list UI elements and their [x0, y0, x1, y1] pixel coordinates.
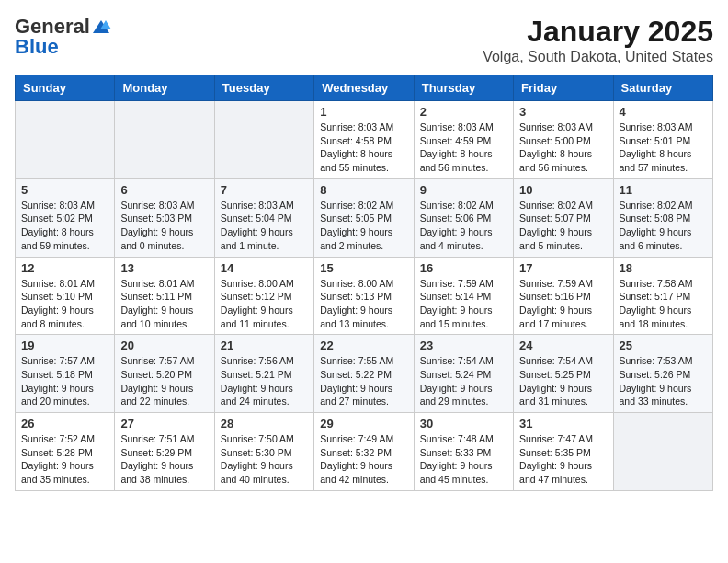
day-number: 24: [519, 339, 607, 352]
sunrise: Sunrise: 8:03 AM: [519, 121, 593, 132]
sunrise: Sunrise: 7:53 AM: [620, 355, 693, 366]
daylight: Daylight: 9 hours and 24 minutes.: [221, 383, 293, 408]
weekday-header: Sunday: [16, 75, 115, 101]
calendar-day-cell: 1 Sunrise: 8:03 AM Sunset: 4:58 PM Dayli…: [314, 101, 414, 179]
sunset: Sunset: 5:18 PM: [21, 369, 93, 380]
day-info: Sunrise: 8:01 AM Sunset: 5:11 PM Dayligh…: [120, 277, 208, 331]
day-info: Sunrise: 7:58 AM Sunset: 5:17 PM Dayligh…: [620, 277, 707, 331]
day-info: Sunrise: 8:02 AM Sunset: 5:05 PM Dayligh…: [320, 199, 407, 253]
calendar-day-cell: [115, 101, 214, 179]
sunrise: Sunrise: 8:01 AM: [21, 278, 95, 289]
day-number: 21: [221, 339, 308, 352]
day-info: Sunrise: 7:49 AM Sunset: 5:32 PM Dayligh…: [320, 432, 407, 487]
day-info: Sunrise: 7:57 AM Sunset: 5:20 PM Dayligh…: [120, 354, 208, 408]
weekday-header: Saturday: [613, 75, 712, 101]
day-info: Sunrise: 7:54 AM Sunset: 5:24 PM Dayligh…: [420, 354, 507, 408]
day-info: Sunrise: 7:55 AM Sunset: 5:22 PM Dayligh…: [320, 354, 407, 408]
sunrise: Sunrise: 8:03 AM: [420, 121, 494, 132]
sunset: Sunset: 5:01 PM: [620, 135, 691, 146]
daylight: Daylight: 9 hours and 4 minutes.: [420, 226, 493, 251]
calendar-day-cell: [214, 101, 313, 179]
day-info: Sunrise: 8:02 AM Sunset: 5:06 PM Dayligh…: [420, 199, 507, 253]
sunset: Sunset: 5:20 PM: [120, 369, 192, 380]
day-number: 26: [21, 417, 108, 431]
sunset: Sunset: 5:08 PM: [620, 213, 691, 224]
sunrise: Sunrise: 8:03 AM: [320, 121, 393, 132]
calendar-week-row: 26 Sunrise: 7:52 AM Sunset: 5:28 PM Dayl…: [16, 413, 713, 491]
calendar-day-cell: 26 Sunrise: 7:52 AM Sunset: 5:28 PM Dayl…: [16, 413, 115, 491]
sunset: Sunset: 5:26 PM: [620, 369, 691, 380]
page-header: General Blue January 2025 Volga, South D…: [15, 15, 713, 65]
sunset: Sunset: 5:29 PM: [120, 447, 192, 458]
day-number: 22: [320, 339, 407, 352]
daylight: Daylight: 9 hours and 47 minutes.: [519, 460, 592, 485]
sunrise: Sunrise: 7:47 AM: [519, 433, 593, 444]
calendar-day-cell: 16 Sunrise: 7:59 AM Sunset: 5:14 PM Dayl…: [414, 257, 513, 335]
day-info: Sunrise: 7:47 AM Sunset: 5:35 PM Dayligh…: [519, 432, 607, 487]
day-number: 13: [120, 261, 208, 275]
day-number: 16: [420, 261, 507, 275]
day-number: 19: [21, 339, 108, 352]
sunrise: Sunrise: 8:02 AM: [620, 200, 693, 211]
daylight: Daylight: 9 hours and 13 minutes.: [320, 304, 392, 329]
calendar-day-cell: 12 Sunrise: 8:01 AM Sunset: 5:10 PM Dayl…: [16, 257, 115, 335]
daylight: Daylight: 9 hours and 20 minutes.: [21, 383, 94, 408]
day-number: 7: [221, 183, 308, 197]
sunrise: Sunrise: 8:03 AM: [620, 121, 693, 132]
day-number: 9: [420, 183, 507, 197]
daylight: Daylight: 9 hours and 29 minutes.: [420, 383, 493, 408]
daylight: Daylight: 9 hours and 42 minutes.: [320, 460, 392, 485]
calendar-day-cell: 10 Sunrise: 8:02 AM Sunset: 5:07 PM Dayl…: [514, 178, 613, 257]
calendar-week-row: 1 Sunrise: 8:03 AM Sunset: 4:58 PM Dayli…: [16, 101, 713, 179]
day-number: 4: [620, 105, 707, 119]
daylight: Daylight: 9 hours and 17 minutes.: [519, 304, 592, 329]
day-info: Sunrise: 8:00 AM Sunset: 5:12 PM Dayligh…: [221, 277, 308, 331]
day-info: Sunrise: 8:03 AM Sunset: 5:01 PM Dayligh…: [620, 121, 707, 175]
daylight: Daylight: 9 hours and 38 minutes.: [120, 460, 193, 485]
sunset: Sunset: 5:03 PM: [120, 213, 192, 224]
daylight: Daylight: 9 hours and 2 minutes.: [320, 226, 392, 251]
daylight: Daylight: 9 hours and 10 minutes.: [120, 304, 193, 329]
day-number: 25: [620, 339, 707, 352]
calendar-day-cell: 5 Sunrise: 8:03 AM Sunset: 5:02 PM Dayli…: [16, 178, 115, 257]
day-info: Sunrise: 8:01 AM Sunset: 5:10 PM Dayligh…: [21, 277, 108, 331]
calendar-day-cell: 17 Sunrise: 7:59 AM Sunset: 5:16 PM Dayl…: [514, 257, 613, 335]
sunrise: Sunrise: 7:57 AM: [120, 355, 194, 366]
day-number: 18: [620, 261, 707, 275]
sunset: Sunset: 5:04 PM: [221, 213, 292, 224]
calendar-day-cell: 27 Sunrise: 7:51 AM Sunset: 5:29 PM Dayl…: [115, 413, 214, 491]
sunrise: Sunrise: 7:57 AM: [21, 355, 95, 366]
sunrise: Sunrise: 8:03 AM: [120, 200, 194, 211]
sunset: Sunset: 5:28 PM: [21, 447, 93, 458]
day-number: 11: [620, 183, 707, 197]
sunset: Sunset: 5:16 PM: [519, 291, 591, 302]
sunset: Sunset: 5:00 PM: [519, 135, 591, 146]
sunrise: Sunrise: 7:59 AM: [519, 278, 593, 289]
daylight: Daylight: 9 hours and 8 minutes.: [21, 304, 94, 329]
calendar-day-cell: 19 Sunrise: 7:57 AM Sunset: 5:18 PM Dayl…: [16, 335, 115, 413]
sunset: Sunset: 5:10 PM: [21, 291, 93, 302]
sunset: Sunset: 5:12 PM: [221, 291, 292, 302]
day-info: Sunrise: 8:03 AM Sunset: 5:03 PM Dayligh…: [120, 199, 208, 253]
calendar-day-cell: 28 Sunrise: 7:50 AM Sunset: 5:30 PM Dayl…: [214, 413, 313, 491]
sunrise: Sunrise: 7:49 AM: [320, 433, 393, 444]
title-block: January 2025 Volga, South Dakota, United…: [483, 15, 713, 65]
calendar-day-cell: 30 Sunrise: 7:48 AM Sunset: 5:33 PM Dayl…: [414, 413, 513, 491]
logo-icon: [91, 18, 111, 35]
day-number: 31: [519, 417, 607, 431]
calendar-day-cell: 24 Sunrise: 7:54 AM Sunset: 5:25 PM Dayl…: [514, 335, 613, 413]
day-number: 10: [519, 183, 607, 197]
sunrise: Sunrise: 8:03 AM: [21, 200, 95, 211]
calendar-header-row: SundayMondayTuesdayWednesdayThursdayFrid…: [16, 75, 713, 101]
day-info: Sunrise: 8:03 AM Sunset: 5:04 PM Dayligh…: [221, 199, 308, 253]
calendar-day-cell: 15 Sunrise: 8:00 AM Sunset: 5:13 PM Dayl…: [314, 257, 414, 335]
calendar-day-cell: 25 Sunrise: 7:53 AM Sunset: 5:26 PM Dayl…: [613, 335, 712, 413]
calendar-day-cell: 20 Sunrise: 7:57 AM Sunset: 5:20 PM Dayl…: [115, 335, 214, 413]
calendar-day-cell: 13 Sunrise: 8:01 AM Sunset: 5:11 PM Dayl…: [115, 257, 214, 335]
day-number: 2: [420, 105, 507, 119]
day-info: Sunrise: 8:03 AM Sunset: 5:02 PM Dayligh…: [21, 199, 108, 253]
daylight: Daylight: 8 hours and 55 minutes.: [320, 148, 392, 173]
day-info: Sunrise: 8:03 AM Sunset: 4:59 PM Dayligh…: [420, 121, 507, 175]
calendar-day-cell: [16, 101, 115, 179]
calendar-day-cell: 21 Sunrise: 7:56 AM Sunset: 5:21 PM Dayl…: [214, 335, 313, 413]
